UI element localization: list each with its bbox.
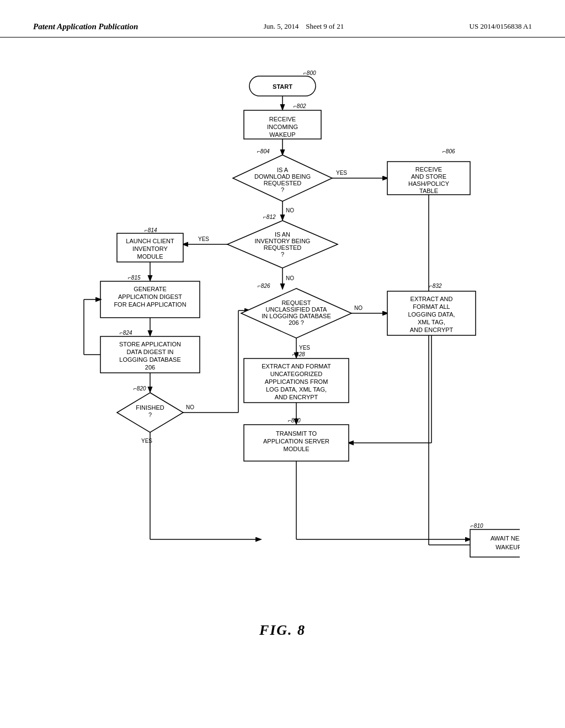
node-824-line2: DATA DIGEST IN	[127, 349, 174, 355]
node-815-line2: APPLICATION DIGEST	[118, 293, 182, 300]
yes-label-812: YES	[198, 236, 209, 242]
node-830-line3: MODULE	[283, 446, 309, 452]
node-812-line4: ?	[281, 251, 284, 258]
node-804-line4: ?	[281, 186, 284, 193]
node-814-line1: LAUNCH CLIENT	[126, 238, 174, 244]
page-header: Patent Application Publication Jun. 5, 2…	[0, 0, 565, 38]
no-label-812: NO	[286, 275, 294, 281]
node-826-line1: REQUEST	[281, 299, 311, 306]
node-832-line4: XML TAG,	[418, 319, 445, 325]
node-802-line3: WAKEUP	[269, 131, 295, 138]
node-828-line4: LOG DATA, XML TAG,	[266, 386, 327, 393]
ref-815: ⌐815	[128, 275, 141, 281]
node-804-line3: REQUESTED	[264, 180, 302, 186]
figure-label: FIG. 8	[259, 622, 306, 639]
diagram-area: text { font-family: Arial, sans-serif; f…	[0, 38, 565, 639]
node-826-line2: UNCLASSIFIED DATA	[266, 306, 327, 313]
ref-820: ⌐820	[134, 386, 146, 392]
yes-label-804: YES	[336, 170, 347, 176]
node-804-line2: DOWNLOAD BEING	[254, 173, 311, 180]
ref-830: ⌐830	[288, 417, 301, 424]
ref-804: ⌐804	[257, 148, 270, 154]
yes-label-826: YES	[299, 345, 310, 351]
svg-rect-40	[470, 529, 520, 557]
ref-814: ⌐814	[145, 227, 157, 233]
ref-824: ⌐824	[120, 330, 132, 336]
node-820-line1: FINISHED	[136, 404, 164, 411]
node-826-line4: 206 ?	[289, 319, 304, 326]
node-806-line4: TABLE	[419, 188, 438, 194]
node-806-line2: AND STORE	[411, 173, 446, 180]
no-label-804: NO	[286, 207, 294, 213]
node-832-line3: LOGGING DATA,	[408, 311, 455, 318]
node-814-line3: MODULE	[137, 253, 163, 260]
node-830-line1: TRANSMIT TO	[276, 430, 317, 437]
ref-806: ⌐806	[443, 148, 455, 154]
node-828-line3: APPLICATIONS FROM	[265, 378, 328, 385]
node-806-line1: RECEIVE	[415, 166, 442, 173]
yes-label-820: YES	[141, 438, 152, 444]
header-center: Jun. 5, 2014 Sheet 9 of 21	[264, 22, 344, 31]
ref-810: ⌐810	[471, 523, 483, 529]
node-804-line1: IS A	[277, 167, 289, 173]
node-824-line3: LOGGING DATABASE	[119, 356, 180, 363]
ref-800: ⌐800	[303, 70, 316, 76]
publication-title: Patent Application Publication	[33, 22, 138, 31]
node-814-line2: INVENTORY	[132, 245, 168, 252]
node-802-line2: INCOMING	[267, 124, 298, 130]
node-832-line1: EXTRACT AND	[411, 296, 453, 302]
publication-date: Jun. 5, 2014	[264, 22, 299, 30]
ref-832: ⌐832	[429, 283, 442, 289]
node-812-line3: REQUESTED	[264, 244, 302, 251]
node-828-line1: EXTRACT AND FORMAT	[262, 363, 331, 370]
sheet-info: Sheet 9 of 21	[306, 22, 344, 30]
ref-828: ⌐828	[292, 351, 305, 357]
no-label-820: NO	[186, 404, 194, 410]
patent-number: US 2014/0156838 A1	[470, 22, 532, 31]
node-826-line3: IN LOGGING DATABASE	[262, 313, 331, 319]
node-802-line1: RECEIVE	[269, 116, 296, 122]
node-815-line1: GENERATE	[134, 286, 167, 292]
node-828-line2: UNCATEGORIZED	[270, 371, 323, 377]
node-820-line2: ?	[148, 411, 152, 418]
node-800-label: START	[273, 83, 292, 90]
node-810-line1: AWAIT NEXT	[491, 535, 520, 542]
node-812-line1: IS AN	[275, 231, 290, 238]
node-810-line2: WAKEUP	[495, 544, 520, 550]
node-824-line1: STORE APPLICATION	[119, 341, 181, 347]
ref-826: ⌐826	[258, 283, 270, 289]
ref-802: ⌐802	[294, 103, 306, 109]
ref-812: ⌐812	[263, 214, 276, 220]
node-815-line3: FOR EACH APPLICATION	[114, 301, 186, 308]
node-832-line2: FORMAT ALL	[413, 303, 450, 310]
node-806-line3: HASH/POLICY	[408, 180, 450, 187]
node-824-line4: 206	[145, 364, 155, 371]
node-812-line2: INVENTORY BEING	[255, 238, 311, 244]
no-label-826: NO	[354, 305, 363, 311]
node-828-line5: AND ENCRYPT	[275, 394, 318, 400]
flowchart: text { font-family: Arial, sans-serif; f…	[45, 60, 520, 611]
node-832-line5: AND ENCRYPT	[410, 326, 454, 333]
node-830-line2: APPLICATION SERVER	[263, 438, 329, 445]
